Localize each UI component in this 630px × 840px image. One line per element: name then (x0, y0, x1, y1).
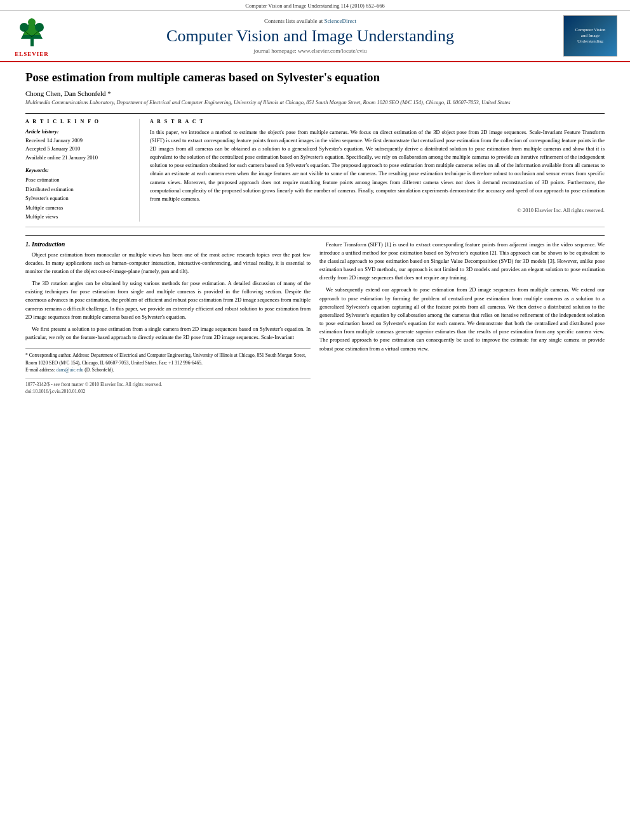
accepted-date: Accepted 5 January 2010 (25, 145, 131, 154)
body-para-3: We first present a solution to pose esti… (25, 325, 311, 342)
keyword-2: Distributed estimation (25, 185, 131, 194)
bottom-bar: 1077-3142/$ - see front matter © 2010 El… (25, 378, 311, 387)
footnote-section: * Corresponding author. Address: Departm… (25, 348, 311, 373)
body-para-1: Object pose estimation from monocular or… (25, 251, 311, 276)
article-info: A R T I C L E I N F O Article history: R… (25, 119, 140, 222)
authors-line: Chong Chen, Dan Schonfeld * (25, 90, 605, 97)
sciencedirect-anchor[interactable]: ScienceDirect (325, 18, 356, 24)
authors-text: Chong Chen, Dan Schonfeld * (25, 90, 111, 97)
email-after: (D. Schonfeld). (84, 367, 114, 373)
svg-point-3 (20, 23, 29, 32)
keywords-label: Keywords: (25, 167, 131, 173)
keywords-list: Pose estimation Distributed estimation S… (25, 175, 131, 221)
svg-point-5 (28, 18, 36, 26)
journal-banner: ELSEVIER Contents lists available at Sci… (0, 11, 630, 62)
body-right-para-1: Feature Transform (SIFT) [1] is used to … (319, 241, 605, 283)
elsevier-text: ELSEVIER (15, 51, 49, 57)
abstract-text: In this paper, we introduce a method to … (150, 128, 605, 204)
svg-point-4 (35, 23, 44, 32)
article-info-abstract-section: A R T I C L E I N F O Article history: R… (25, 113, 605, 227)
page-wrapper: Computer Vision and Image Understanding … (0, 0, 630, 407)
body-section: 1. Introduction Object pose estimation f… (25, 235, 605, 394)
banner-center: Contents lists available at ScienceDirec… (57, 18, 563, 54)
elsevier-logo: ELSEVIER (6, 15, 57, 57)
body-para-3-text: We first present a solution to pose esti… (25, 325, 311, 342)
abstract-section: A B S T R A C T In this paper, we introd… (150, 119, 605, 222)
keyword-5: Multiple views (25, 212, 131, 221)
copyright-line: © 2010 Elsevier Inc. All rights reserved… (150, 207, 605, 213)
footnote-star-text: * Corresponding author. Address: Departm… (25, 352, 306, 365)
journal-cover-image: Computer Visionand ImageUnderstanding (563, 15, 617, 57)
online-date: Available online 21 January 2010 (25, 154, 131, 163)
body-para-2-text: The 3D rotation angles can be obtained b… (25, 279, 311, 321)
journal-top-bar: Computer Vision and Image Understanding … (0, 0, 630, 11)
paper-title: Pose estimation from multiple cameras ba… (25, 70, 605, 86)
keyword-1: Pose estimation (25, 175, 131, 184)
body-para-1-text: Object pose estimation from monocular or… (25, 251, 311, 276)
doi-text: doi:10.1016/j.cviu.2010.01.002 (25, 389, 311, 394)
affiliation-text: Multimedia Communications Laboratory, De… (25, 99, 605, 107)
email-link[interactable]: dans@uic.edu (57, 367, 84, 373)
journal-title-banner: Computer Vision and Image Understanding (57, 26, 563, 46)
body-col-left: 1. Introduction Object pose estimation f… (25, 236, 311, 394)
abstract-title: A B S T R A C T (150, 119, 605, 124)
body-right-para-2-text: We subsequently extend our approach to p… (319, 286, 605, 352)
cover-text: Computer Visionand ImageUnderstanding (575, 27, 606, 44)
issn-text: 1077-3142/$ - see front matter © 2010 El… (25, 382, 162, 387)
section1-heading: 1. Introduction (25, 241, 311, 248)
footnote-email: E-mail address: dans@uic.edu (D. Schonfe… (25, 366, 311, 373)
article-history-dates: Received 14 January 2009 Accepted 5 Janu… (25, 137, 131, 163)
contents-text: Contents lists available at (264, 18, 324, 24)
elsevier-logo-area: ELSEVIER (6, 15, 57, 57)
article-history-label: Article history: (25, 128, 131, 135)
keyword-3: Sylvester's equation (25, 194, 131, 203)
elsevier-tree-icon (15, 15, 50, 50)
body-para-2: The 3D rotation angles can be obtained b… (25, 279, 311, 321)
email-label: E-mail address: (25, 367, 55, 373)
body-col-right: Feature Transform (SIFT) [1] is used to … (319, 236, 605, 394)
sciencedirect-link: Contents lists available at ScienceDirec… (57, 18, 563, 24)
body-right-para-2: We subsequently extend our approach to p… (319, 286, 605, 352)
body-right-para-1-text: Feature Transform (SIFT) [1] is used to … (319, 241, 605, 283)
journal-homepage: journal homepage: www.elsevier.com/locat… (57, 48, 563, 54)
article-info-title: A R T I C L E I N F O (25, 119, 131, 124)
keyword-4: Multiple cameras (25, 203, 131, 212)
journal-citation: Computer Vision and Image Understanding … (245, 3, 384, 9)
received-date: Received 14 January 2009 (25, 137, 131, 145)
footnote-star: * Corresponding author. Address: Departm… (25, 352, 311, 366)
banner-right: Computer Visionand ImageUnderstanding (563, 15, 624, 57)
main-content: Pose estimation from multiple cameras ba… (0, 62, 630, 407)
